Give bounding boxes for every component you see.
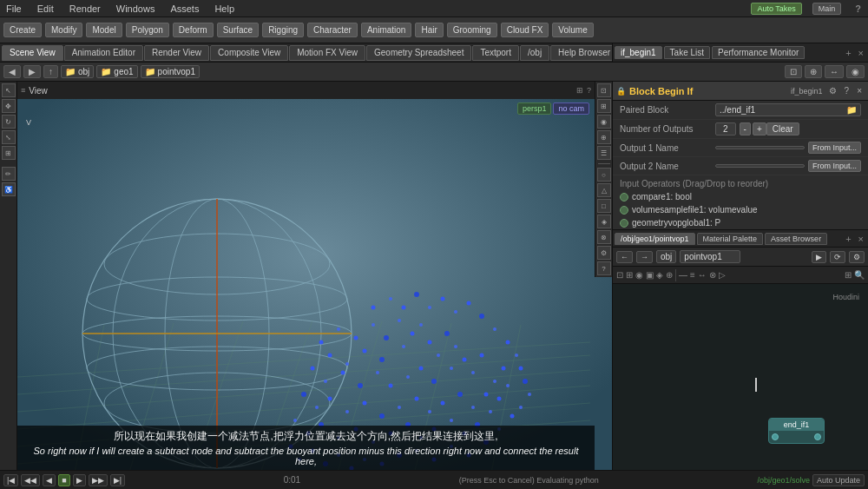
up-button[interactable]: ↑ — [43, 65, 58, 78]
menu-edit[interactable]: Edit — [35, 3, 56, 14]
volume-button[interactable]: Volume — [552, 23, 593, 37]
ne-tool-12[interactable]: ⊞ — [845, 270, 852, 280]
ne-tab-pointvop[interactable]: /obj/geo1/pointvop1 — [615, 233, 695, 245]
tool-pose[interactable]: ♿ — [2, 182, 16, 196]
modify-button[interactable]: Modify — [45, 23, 82, 37]
ne-tab-asset-browser[interactable]: Asset Browser — [765, 233, 827, 245]
output2-value[interactable] — [715, 164, 805, 168]
output1-from-button[interactable]: From Input... — [808, 142, 861, 154]
ne-tool-3[interactable]: ◉ — [635, 270, 643, 280]
num-outputs-value[interactable]: 2 — [715, 122, 736, 135]
ne-obj-btn[interactable]: obj — [656, 250, 676, 263]
deform-button[interactable]: Deform — [173, 23, 214, 37]
viewport-3d[interactable]: ≡ View ⊞ ? — [17, 82, 612, 470]
ne-forward-btn[interactable]: → — [636, 251, 653, 263]
block-panel-help-icon[interactable]: ? — [842, 85, 852, 96]
ne-tool-2[interactable]: ⊞ — [626, 270, 633, 280]
viewport-tool-12[interactable]: ? — [597, 261, 611, 275]
menu-render[interactable]: Render — [67, 3, 103, 14]
ne-canvas[interactable]: Houdini end_if1 — [613, 284, 868, 470]
help-icon[interactable]: ? — [852, 3, 865, 15]
right-panel-close-icon[interactable]: × — [856, 48, 866, 58]
main-tab[interactable]: Main — [812, 3, 842, 15]
ne-close-tab-icon[interactable]: × — [856, 234, 866, 244]
output2-from-button[interactable]: From Input... — [808, 160, 861, 172]
hide-button[interactable]: ◉ — [846, 65, 865, 78]
play-start-btn[interactable]: |◀ — [3, 474, 18, 486]
ne-tool-8[interactable]: ≡ — [690, 270, 695, 280]
tool-move[interactable]: ✥ — [2, 99, 16, 113]
ne-tab-material-palette[interactable]: Material Palette — [697, 233, 764, 245]
tool-transform[interactable]: ⊞ — [2, 146, 16, 160]
ne-tool-4[interactable]: ▣ — [646, 270, 654, 280]
path-obj[interactable]: 📁 obj — [61, 65, 94, 78]
create-button[interactable]: Create — [3, 23, 42, 37]
play-prev-btn[interactable]: ◀◀ — [21, 474, 40, 486]
menu-file[interactable]: File — [3, 3, 24, 14]
ne-tool-7[interactable]: — — [679, 270, 687, 280]
path-node[interactable]: 📁 pointvop1 — [141, 65, 200, 78]
ne-node-btn[interactable]: pointvop1 — [680, 250, 740, 263]
viewport-tool-4[interactable]: ⊕ — [597, 130, 611, 144]
tab-textport[interactable]: Textport — [472, 45, 519, 61]
outputs-clear-button[interactable]: Clear — [766, 122, 799, 135]
animation-button[interactable]: Animation — [361, 23, 411, 37]
play-stop-btn[interactable]: ■ — [58, 474, 69, 486]
viewport-tool-8[interactable]: □ — [597, 199, 611, 213]
cloudfx-button[interactable]: Cloud FX — [501, 23, 549, 37]
tab-help-browser[interactable]: Help Browser — [550, 45, 612, 61]
ne-tool-1[interactable]: ⊡ — [616, 270, 623, 280]
right-panel-add-icon[interactable]: + — [843, 48, 853, 58]
tab-render-view[interactable]: Render View — [144, 45, 209, 61]
forward-button[interactable]: ▶ — [23, 65, 41, 78]
tab-composite-view[interactable]: Composite View — [210, 45, 288, 61]
menu-assets[interactable]: Assets — [168, 3, 201, 14]
play-fwd-btn[interactable]: ▶ — [73, 474, 86, 486]
ne-back-btn[interactable]: ← — [616, 251, 633, 263]
ne-add-tab-icon[interactable]: + — [843, 234, 853, 244]
viewport-tool-6[interactable]: ○ — [597, 168, 611, 182]
model-button[interactable]: Model — [86, 23, 122, 37]
tab-animation-editor[interactable]: Animation Editor — [64, 45, 143, 61]
tab-motion-fx[interactable]: Motion FX View — [289, 45, 365, 61]
ne-settings-btn[interactable]: ⚙ — [849, 251, 865, 263]
play-next-btn[interactable]: ▶▶ — [89, 474, 108, 486]
ne-refresh-btn[interactable]: ⟳ — [830, 251, 845, 263]
auto-takes-button[interactable]: Auto Takes — [751, 3, 801, 15]
viewport-tool-11[interactable]: ⚙ — [597, 246, 611, 260]
node-end-if1[interactable]: end_if1 — [768, 418, 825, 444]
viewport-corner-btn1[interactable]: ⊞ — [576, 86, 583, 95]
viewport-tool-2[interactable]: ⊞ — [597, 99, 611, 113]
persp-button[interactable]: persp1 — [517, 102, 552, 115]
tool-paint[interactable]: ✏ — [2, 167, 16, 181]
rigging-button[interactable]: Rigging — [262, 23, 304, 37]
grooming-button[interactable]: Grooming — [447, 23, 497, 37]
tab-obj[interactable]: /obj — [520, 45, 549, 61]
back-button[interactable]: ◀ — [3, 65, 21, 78]
polygon-button[interactable]: Polygon — [126, 23, 169, 37]
viewport-tool-7[interactable]: △ — [597, 183, 611, 197]
surface-button[interactable]: Surface — [217, 23, 259, 37]
ne-tool-5[interactable]: ◈ — [656, 270, 663, 280]
ne-tool-10[interactable]: ⊗ — [709, 270, 716, 280]
ne-play-btn[interactable]: ▶ — [812, 251, 826, 263]
ne-tool-9[interactable]: ↔ — [698, 270, 707, 280]
snap-button[interactable]: ⊕ — [805, 65, 822, 78]
paired-block-value[interactable]: ../end_if1 📁 — [715, 103, 861, 116]
block-panel-lock-icon[interactable]: 🔒 — [616, 87, 626, 96]
block-panel-close-icon[interactable]: × — [854, 85, 865, 96]
auto-update-button[interactable]: Auto Update — [812, 474, 865, 486]
node-port-1[interactable] — [772, 433, 779, 440]
viewport-tool-5[interactable]: ☰ — [597, 146, 611, 160]
node-port-2[interactable] — [814, 433, 821, 440]
ne-content-area[interactable]: ⊡ ⊞ ◉ ▣ ◈ ⊕ — ≡ ↔ ⊗ ▷ ⊞ 🔍 — [613, 267, 868, 470]
play-back-btn[interactable]: ◀ — [43, 474, 56, 486]
paired-block-folder-icon[interactable]: 📁 — [846, 105, 857, 115]
play-end-btn[interactable]: ▶| — [110, 474, 125, 486]
viewport-tool-1[interactable]: ⊡ — [597, 83, 611, 97]
tab-geo-spreadsheet[interactable]: Geometry Spreadsheet — [366, 45, 471, 61]
path-geo[interactable]: 📁 geo1 — [96, 65, 137, 78]
tab-scene-view[interactable]: Scene View — [2, 45, 63, 61]
ne-tool-11[interactable]: ▷ — [719, 270, 726, 280]
ne-tool-6[interactable]: ⊕ — [666, 270, 673, 280]
